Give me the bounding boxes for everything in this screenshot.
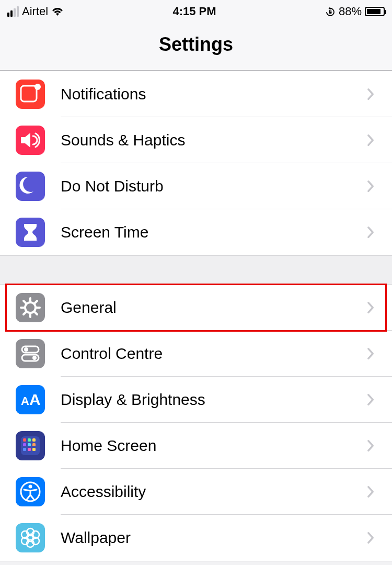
row-label: Wallpaper bbox=[61, 529, 365, 547]
row-label: Control Centre bbox=[61, 345, 365, 363]
toggles-icon bbox=[16, 339, 45, 368]
settings-row-display[interactable]: Display & Brightness bbox=[0, 377, 392, 423]
group-separator bbox=[0, 256, 392, 284]
status-left: Airtel bbox=[7, 5, 64, 18]
flower-icon bbox=[16, 523, 45, 552]
rotation-lock-icon bbox=[325, 5, 336, 18]
row-label-area: Do Not Disturb bbox=[61, 163, 392, 209]
row-label: Display & Brightness bbox=[61, 391, 365, 409]
row-label: Home Screen bbox=[61, 437, 365, 455]
row-label-area: Home Screen bbox=[61, 423, 392, 469]
row-label-area: Wallpaper bbox=[61, 515, 392, 561]
status-bar: Airtel 4:15 PM 88% bbox=[0, 0, 392, 23]
chevron-right-icon bbox=[365, 484, 376, 500]
chevron-right-icon bbox=[365, 178, 376, 194]
settings-row-notifications[interactable]: Notifications bbox=[0, 71, 392, 117]
settings-row-screentime[interactable]: Screen Time bbox=[0, 209, 392, 255]
status-time: 4:15 PM bbox=[172, 5, 216, 18]
row-label-area: Sounds & Haptics bbox=[61, 117, 392, 163]
settings-row-general[interactable]: General bbox=[0, 285, 392, 331]
settings-row-control[interactable]: Control Centre bbox=[0, 331, 392, 377]
row-label-area: General bbox=[61, 285, 392, 331]
settings-row-dnd[interactable]: Do Not Disturb bbox=[0, 163, 392, 209]
chevron-right-icon bbox=[365, 346, 376, 361]
moon-icon bbox=[16, 172, 45, 201]
settings-list: NotificationsSounds & HapticsDo Not Dist… bbox=[0, 71, 392, 561]
row-label-area: Accessibility bbox=[61, 469, 392, 515]
row-label: Do Not Disturb bbox=[61, 177, 365, 195]
chevron-right-icon bbox=[365, 392, 376, 408]
status-right: 88% bbox=[325, 5, 385, 18]
row-label: General bbox=[61, 299, 365, 317]
settings-row-wallpaper[interactable]: Wallpaper bbox=[0, 515, 392, 561]
row-label-area: Screen Time bbox=[61, 209, 392, 255]
accessibility-icon bbox=[16, 477, 45, 506]
chevron-right-icon bbox=[365, 300, 376, 315]
settings-group: GeneralControl CentreDisplay & Brightnes… bbox=[0, 284, 392, 561]
page-title: Settings bbox=[0, 23, 392, 71]
gear-icon bbox=[16, 293, 45, 322]
battery-icon bbox=[365, 7, 385, 16]
row-label: Notifications bbox=[61, 85, 365, 103]
text-size-icon bbox=[16, 385, 45, 414]
row-label-area: Notifications bbox=[61, 71, 392, 117]
settings-row-accessibility[interactable]: Accessibility bbox=[0, 469, 392, 515]
chevron-right-icon bbox=[365, 132, 376, 148]
speaker-icon bbox=[16, 126, 45, 155]
carrier-label: Airtel bbox=[22, 5, 48, 18]
hourglass-icon bbox=[16, 218, 45, 247]
notifications-icon bbox=[16, 80, 45, 109]
battery-percent: 88% bbox=[339, 5, 362, 18]
chevron-right-icon bbox=[365, 530, 376, 546]
row-label-area: Control Centre bbox=[61, 331, 392, 377]
row-label-area: Display & Brightness bbox=[61, 377, 392, 423]
battery-fill bbox=[367, 9, 381, 14]
signal-strength-icon bbox=[7, 6, 19, 17]
chevron-right-icon bbox=[365, 224, 376, 240]
settings-group: NotificationsSounds & HapticsDo Not Dist… bbox=[0, 71, 392, 256]
row-label: Screen Time bbox=[61, 223, 365, 241]
row-label: Accessibility bbox=[61, 483, 365, 501]
row-label: Sounds & Haptics bbox=[61, 131, 365, 149]
wifi-icon bbox=[51, 7, 64, 16]
settings-row-home[interactable]: Home Screen bbox=[0, 423, 392, 469]
svg-rect-0 bbox=[329, 12, 331, 14]
grid-icon bbox=[16, 431, 45, 460]
chevron-right-icon bbox=[365, 438, 376, 454]
settings-row-sounds[interactable]: Sounds & Haptics bbox=[0, 117, 392, 163]
chevron-right-icon bbox=[365, 86, 376, 102]
